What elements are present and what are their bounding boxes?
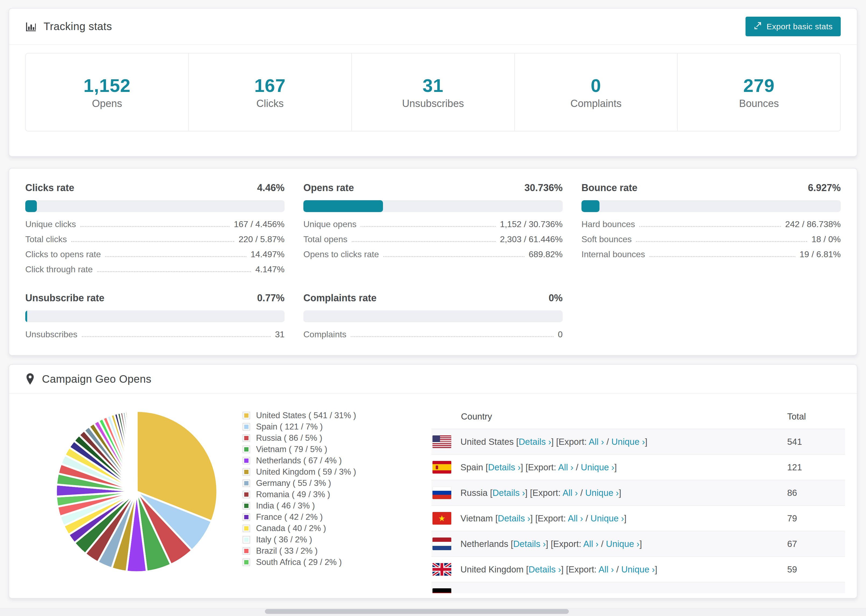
legend-item-united-states: United States ( 541 / 31% ) — [242, 410, 356, 421]
flag-cell — [431, 429, 460, 454]
bracket-text: ] [Export: — [531, 513, 568, 523]
total-cell: 541 — [787, 429, 845, 454]
partial-flag-cell — [431, 582, 845, 593]
legend-swatch — [242, 525, 250, 532]
geo-legend: United States ( 541 / 31% )Spain ( 121 /… — [242, 410, 356, 597]
legend-swatch — [242, 457, 250, 464]
export-all-link-ru[interactable]: All › — [563, 488, 578, 498]
unsubscribe-rate-progress-fill — [25, 310, 27, 322]
rate-stat-value: 31 — [275, 330, 285, 339]
stat-value: 0 — [515, 76, 677, 95]
details-link-gb[interactable]: Details › — [529, 564, 561, 574]
rates-grid: Clicks rate4.46%Unique clicks167 / 4.456… — [9, 168, 857, 355]
rate-stat-row: Internal bounces19 / 6.81% — [581, 250, 841, 259]
total-column-header: Total — [787, 404, 845, 429]
export-unique-link-nl[interactable]: Unique › — [606, 539, 639, 549]
country-name: Russia [ — [460, 488, 493, 498]
stat-value: 31 — [352, 76, 514, 95]
country-cell: Vietnam [Details ›] [Export: All › / Uni… — [460, 506, 787, 531]
export-all-link-nl[interactable]: All › — [583, 539, 599, 549]
legend-item-india: India ( 46 / 3% ) — [242, 500, 356, 511]
bounce-rate-progress-fill — [581, 200, 600, 212]
export-unique-link-es[interactable]: Unique › — [581, 462, 614, 472]
es-crest — [436, 465, 438, 469]
rate-stat-label: Total opens — [303, 235, 348, 244]
details-link-nl[interactable]: Details › — [513, 539, 546, 549]
export-unique-link-gb[interactable]: Unique › — [621, 564, 655, 574]
complaints-rate-panel: Complaints rate0%Complaints0 — [303, 293, 563, 339]
slash-text: / — [604, 437, 612, 447]
flag-us-icon — [433, 435, 451, 448]
legend-swatch — [242, 468, 250, 476]
legend-label: South Africa ( 29 / 2% ) — [256, 558, 342, 567]
details-link-ru[interactable]: Details › — [493, 488, 525, 498]
rate-stat-row: Unique opens1,152 / 30.736% — [303, 220, 563, 229]
clicks-rate-title: Clicks rate — [25, 182, 74, 193]
dotted-leader — [639, 226, 781, 227]
table-row-partial — [431, 582, 845, 593]
clicks-rate-head: Clicks rate4.46% — [25, 182, 285, 193]
section-title: Campaign Geo Opens — [42, 373, 151, 385]
geo-header: Campaign Geo Opens — [9, 365, 857, 393]
opens-rate-title: Opens rate — [303, 182, 354, 193]
unsubscribe-rate-value: 0.77% — [257, 293, 285, 303]
tracking-stats-header: Tracking stats Export basic stats — [9, 9, 857, 44]
rate-stat-row: Complaints0 — [303, 330, 563, 339]
flag-ru-icon — [433, 486, 451, 499]
legend-item-spain: Spain ( 121 / 7% ) — [242, 421, 356, 432]
details-link-us[interactable]: Details › — [518, 437, 551, 447]
export-all-link-us[interactable]: All › — [589, 437, 604, 447]
rate-stat-value: 0 — [558, 330, 563, 339]
rate-stat-label: Clicks to opens rate — [25, 250, 101, 259]
bounce-rate-title: Bounce rate — [581, 182, 638, 193]
rate-stat-value: 220 / 5.87% — [239, 235, 285, 244]
details-link-es[interactable]: Details › — [488, 462, 521, 472]
legend-label: Romania ( 49 / 3% ) — [256, 490, 330, 499]
pie-slice-43[interactable] — [136, 411, 137, 492]
rate-stat-row: Soft bounces18 / 0% — [581, 235, 841, 244]
clicks-rate-panel: Clicks rate4.46%Unique clicks167 / 4.456… — [25, 182, 285, 274]
export-unique-link-vn[interactable]: Unique › — [590, 513, 624, 523]
legend-item-brazil: Brazil ( 33 / 2% ) — [242, 545, 356, 556]
legend-label: Canada ( 40 / 2% ) — [256, 523, 326, 533]
legend-swatch — [242, 547, 250, 555]
export-all-link-gb[interactable]: All › — [599, 564, 614, 574]
legend-swatch — [242, 558, 250, 566]
table-row-ru: Russia [Details ›] [Export: All › / Uniq… — [431, 480, 845, 506]
header-divider — [9, 44, 857, 45]
export-all-link-vn[interactable]: All › — [568, 513, 583, 523]
rate-stat-label: Soft bounces — [581, 235, 632, 244]
rate-stat-row: Unique clicks167 / 4.456% — [25, 220, 285, 229]
unsubscribe-rate-progress-track — [25, 310, 285, 322]
vn-star: ★ — [438, 512, 446, 525]
legend-label: United Kingdom ( 59 / 3% ) — [256, 467, 356, 477]
country-cell: Netherlands [Details ›] [Export: All › /… — [460, 531, 787, 556]
dotted-leader — [105, 256, 246, 257]
country-cell: Spain [Details ›] [Export: All › / Uniqu… — [460, 454, 787, 480]
flag-cell — [431, 480, 460, 506]
slash-text: / — [614, 564, 621, 574]
horizontal-scrollbar[interactable] — [265, 609, 569, 614]
flag-vn-icon: ★ — [433, 512, 451, 525]
legend-label: France ( 42 / 2% ) — [256, 512, 323, 522]
legend-label: Spain ( 121 / 7% ) — [256, 422, 323, 432]
stat-label: Unsubscribes — [352, 98, 514, 109]
opens-rate-progress-track — [303, 200, 563, 212]
legend-label: Netherlands ( 67 / 4% ) — [256, 456, 342, 465]
legend-swatch — [242, 446, 250, 453]
export-basic-stats-button[interactable]: Export basic stats — [746, 17, 841, 36]
clicks-rate-progress-fill — [25, 200, 37, 212]
legend-swatch — [242, 423, 250, 431]
stat-label: Opens — [26, 98, 188, 109]
export-all-link-es[interactable]: All › — [558, 462, 573, 472]
rate-stat-value: 2,303 / 61.446% — [500, 235, 563, 244]
stat-cell-unsubscribes: 31Unsubscribes — [351, 53, 514, 131]
legend-swatch — [242, 412, 250, 419]
legend-item-united-kingdom: United Kingdom ( 59 / 3% ) — [242, 466, 356, 478]
details-link-vn[interactable]: Details › — [498, 513, 531, 523]
stat-label: Clicks — [189, 98, 351, 109]
export-unique-link-us[interactable]: Unique › — [611, 437, 645, 447]
complaints-rate-value: 0% — [549, 293, 563, 303]
export-unique-link-ru[interactable]: Unique › — [585, 488, 619, 498]
dotted-leader — [80, 226, 230, 227]
